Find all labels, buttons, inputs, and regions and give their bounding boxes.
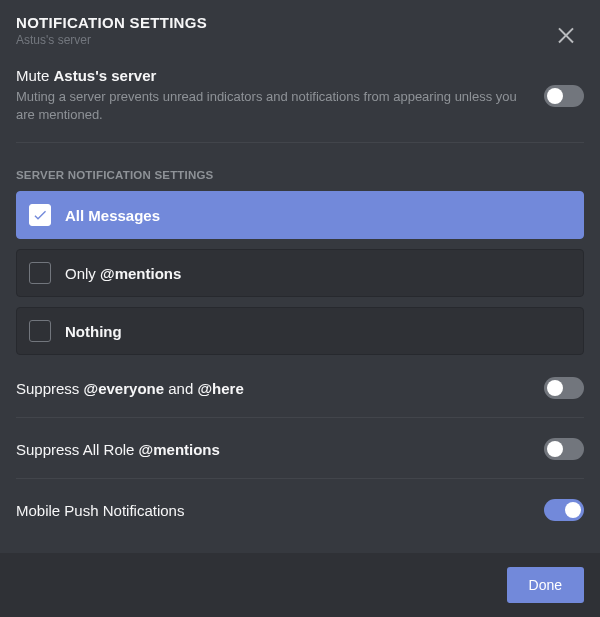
checkbox-icon	[29, 204, 51, 226]
close-icon[interactable]	[554, 22, 578, 46]
modal-title: NOTIFICATION SETTINGS	[16, 14, 584, 31]
suppress-everyone-row: Suppress @everyone and @here	[16, 363, 584, 411]
done-button[interactable]: Done	[507, 567, 584, 603]
option-label: Nothing	[65, 323, 122, 340]
suppress-everyone-label: Suppress @everyone and @here	[16, 380, 524, 397]
mute-desc: Muting a server prevents unread indicato…	[16, 88, 524, 124]
modal-subtitle: Astus's server	[16, 33, 584, 47]
mobile-push-row: Mobile Push Notifications	[16, 485, 584, 533]
mute-title: Mute Astus's server	[16, 67, 524, 84]
suppress-roles-row: Suppress All Role @mentions	[16, 424, 584, 472]
option-only-mentions[interactable]: Only @mentions	[16, 249, 584, 297]
mobile-push-toggle[interactable]	[544, 499, 584, 521]
mobile-push-label: Mobile Push Notifications	[16, 502, 524, 519]
option-nothing[interactable]: Nothing	[16, 307, 584, 355]
divider	[16, 417, 584, 418]
option-all-messages[interactable]: All Messages	[16, 191, 584, 239]
checkbox-icon	[29, 262, 51, 284]
suppress-roles-toggle[interactable]	[544, 438, 584, 460]
mute-toggle[interactable]	[544, 85, 584, 107]
suppress-roles-label: Suppress All Role @mentions	[16, 441, 524, 458]
modal-footer: Done	[0, 553, 600, 617]
option-label: All Messages	[65, 207, 160, 224]
divider	[16, 478, 584, 479]
suppress-everyone-toggle[interactable]	[544, 377, 584, 399]
option-label: Only @mentions	[65, 265, 181, 282]
divider	[16, 142, 584, 143]
mute-row: Mute Astus's server Muting a server prev…	[16, 53, 584, 136]
section-label: SERVER NOTIFICATION SETTINGS	[16, 169, 584, 181]
checkbox-icon	[29, 320, 51, 342]
